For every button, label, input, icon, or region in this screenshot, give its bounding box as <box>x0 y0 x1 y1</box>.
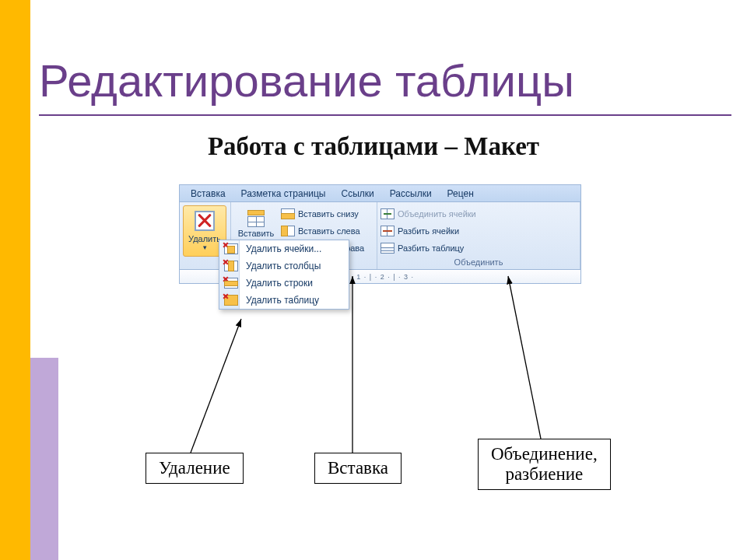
chevron-down-icon: ▾ <box>203 243 207 251</box>
callout-insert: Вставка <box>314 453 402 484</box>
callout-merge: Объединение, разбиение <box>478 439 611 490</box>
slide: Редактирование таблицы Работа с таблицам… <box>0 0 747 560</box>
title-underline <box>39 114 731 116</box>
insert-column-left-icon <box>281 226 295 236</box>
group-merge-label: Объединить <box>381 257 577 267</box>
tab-review[interactable]: Рецен <box>440 187 482 201</box>
insert-left-button[interactable]: Вставить слева <box>281 223 364 239</box>
menu-delete-rows[interactable]: Удалить строки <box>219 275 349 292</box>
delete-columns-icon <box>224 261 238 271</box>
decor-strip-lilac <box>30 358 58 560</box>
ribbon-screenshot: Вставка Разметка страницы Ссылки Рассылк… <box>179 184 581 284</box>
menu-delete-cells[interactable]: Удалить ячейки... <box>219 240 349 257</box>
split-table-button[interactable]: Разбить таблицу <box>381 240 577 256</box>
menu-delete-columns[interactable]: Удалить столбцы <box>219 257 349 275</box>
insert-row-below-icon <box>281 208 295 219</box>
insert-below-button[interactable]: Вставить снизу <box>281 206 364 222</box>
tab-mailings[interactable]: Рассылки <box>382 187 440 201</box>
ribbon-body: Удалить ▾ Удалить ячейки... Удалить стол… <box>179 201 581 270</box>
merge-cells-button[interactable]: Объединить ячейки <box>381 206 577 222</box>
delete-button-label: Удалить <box>188 234 221 243</box>
insert-row-above-icon <box>246 208 266 229</box>
split-cells-icon <box>381 226 395 236</box>
callout-delete: Удаление <box>146 453 244 484</box>
ribbon-tabs: Вставка Разметка страницы Ссылки Рассылк… <box>179 184 581 201</box>
page-subtitle: Работа с таблицами – Макет <box>0 132 747 161</box>
tab-references[interactable]: Ссылки <box>333 187 381 201</box>
page-title: Редактирование таблицы <box>39 54 731 107</box>
svg-line-2 <box>508 276 541 439</box>
merge-cells-icon <box>381 208 395 219</box>
split-table-icon <box>381 243 395 254</box>
delete-rows-icon <box>224 278 238 289</box>
tab-insert[interactable]: Вставка <box>183 187 233 201</box>
svg-line-0 <box>191 319 241 453</box>
delete-table-small-icon <box>224 295 238 306</box>
group-merge: Объединить ячейки Разбить ячейки Разбить… <box>377 202 580 269</box>
decor-strip-orange <box>0 0 30 560</box>
delete-table-icon <box>193 209 216 233</box>
delete-cells-icon <box>224 243 238 254</box>
tab-page-layout[interactable]: Разметка страницы <box>233 187 334 201</box>
delete-dropdown-menu: Удалить ячейки... Удалить столбцы Удалит… <box>219 240 349 310</box>
menu-delete-table[interactable]: Удалить таблицу <box>219 292 349 309</box>
group-delete: Удалить ▾ Удалить ячейки... Удалить стол… <box>180 202 231 269</box>
split-cells-button[interactable]: Разбить ячейки <box>381 223 577 239</box>
